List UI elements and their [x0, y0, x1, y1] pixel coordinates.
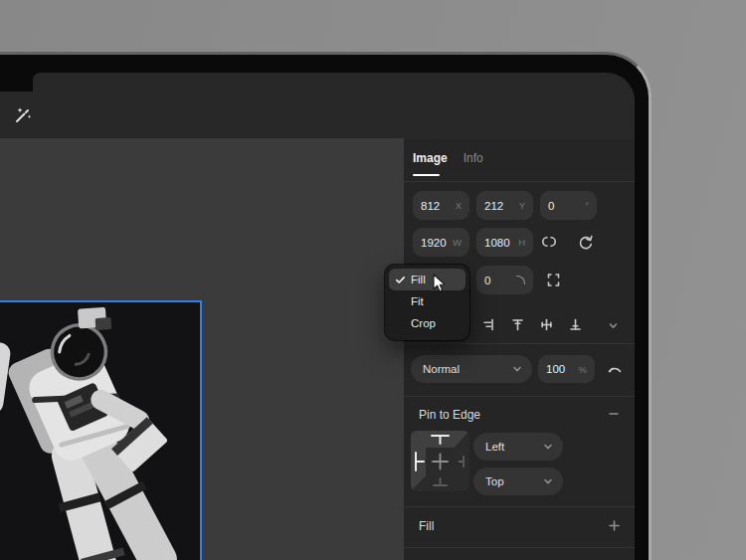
- width-field[interactable]: 1920 W: [413, 228, 469, 257]
- pin-widget[interactable]: [411, 431, 469, 491]
- opacity-field[interactable]: 100 %: [538, 355, 595, 383]
- blend-mode-select[interactable]: Normal: [411, 355, 532, 383]
- check-icon: [395, 275, 409, 285]
- y-position-field[interactable]: 212 Y: [476, 191, 533, 220]
- chevron-down-icon: [512, 364, 522, 374]
- pin-center-glyph: [433, 455, 448, 469]
- pin-horizontal-select[interactable]: Left: [473, 433, 563, 461]
- align-right-icon[interactable]: [476, 313, 498, 335]
- mouse-cursor: [431, 274, 447, 293]
- pin-left-glyph: [416, 453, 424, 470]
- x-position-field[interactable]: 812 X: [413, 191, 469, 220]
- frame-brackets-icon[interactable]: [542, 269, 564, 290]
- pin-bottom-glyph: [434, 478, 447, 485]
- selected-image-frame[interactable]: [0, 300, 202, 560]
- align-top-icon[interactable]: [506, 313, 528, 335]
- align-center-icon[interactable]: [535, 313, 557, 335]
- tab-image[interactable]: Image: [413, 151, 448, 165]
- properties-panel: Image Info 812 X 212 Y 0 °: [404, 138, 635, 560]
- unlink-constrain-icon[interactable]: [538, 231, 560, 253]
- corner-radius-icon: [516, 276, 525, 284]
- fill-section-title: Fill: [419, 519, 434, 533]
- pin-to-edge-title: Pin to Edge: [419, 408, 480, 422]
- menu-item-fill[interactable]: Fill: [389, 269, 466, 290]
- app-body: Image Info 812 X 212 Y 0 °: [0, 138, 635, 560]
- chevron-down-icon: [543, 476, 553, 486]
- astronaut-image: [0, 300, 202, 560]
- pin-right-glyph: [460, 457, 465, 467]
- visibility-eye-icon[interactable]: [604, 358, 626, 380]
- magic-wand-icon[interactable]: [13, 104, 34, 125]
- laptop-mockup: Image Info 812 X 212 Y 0 °: [0, 52, 652, 560]
- align-more-chevron-icon[interactable]: [602, 314, 624, 336]
- pin-vertical-select[interactable]: Top: [473, 467, 563, 495]
- rotation-field[interactable]: 0 °: [540, 191, 597, 220]
- menu-item-fit[interactable]: Fit: [389, 290, 466, 312]
- corner-radius-field[interactable]: 0: [476, 266, 533, 294]
- active-tab-underline: [413, 174, 440, 176]
- height-field[interactable]: 1080 H: [476, 228, 533, 257]
- add-fill-plus-icon[interactable]: [603, 514, 625, 536]
- rotate-reset-icon[interactable]: [574, 231, 596, 253]
- chevron-down-icon: [543, 442, 553, 452]
- laptop-screen: Image Info 812 X 212 Y 0 °: [0, 73, 635, 560]
- app-window-tab[interactable]: [33, 73, 635, 92]
- fit-mode-menu: Fill Fit Crop: [385, 265, 469, 340]
- panel-tabs: Image Info: [413, 151, 483, 165]
- menu-item-crop[interactable]: Crop: [389, 312, 466, 334]
- pin-top-glyph: [432, 436, 449, 444]
- align-bottom-icon[interactable]: [564, 313, 586, 335]
- app-toolbar: [0, 92, 635, 138]
- tab-info[interactable]: Info: [464, 151, 483, 165]
- collapse-minus-icon[interactable]: [603, 403, 625, 425]
